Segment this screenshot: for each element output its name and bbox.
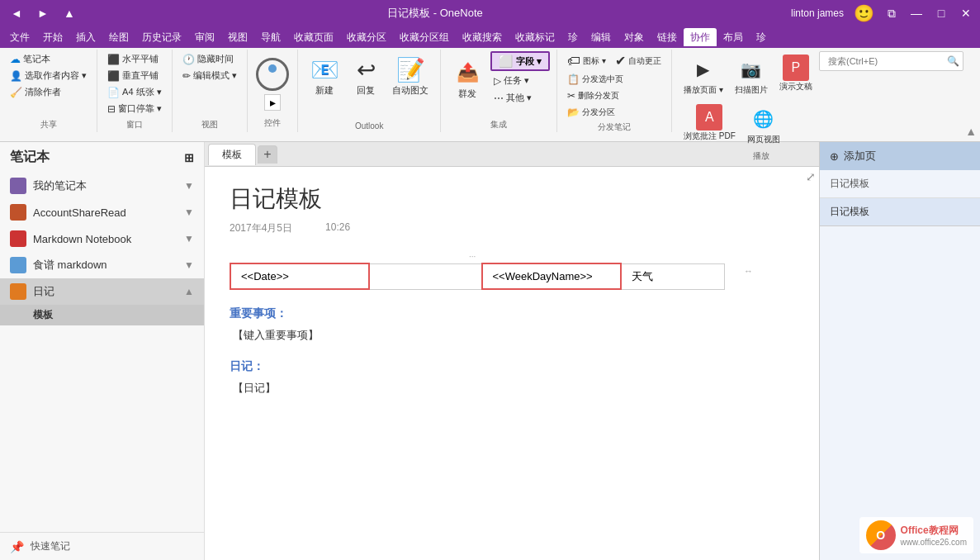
clear-author-icon: 🧹: [10, 87, 22, 98]
add-tab-button[interactable]: +: [258, 145, 277, 164]
a4-label: A4 纸张 ▾: [122, 86, 162, 98]
menu-fav-search[interactable]: 收藏搜索: [456, 28, 509, 46]
menu-object[interactable]: 对象: [618, 28, 651, 46]
share-col: ☁ 笔记本 👤 选取作者内容 ▾ 🧹 清除作者: [7, 51, 90, 100]
section1-content[interactable]: 【键入重要事项】: [230, 328, 794, 343]
reply-button[interactable]: ↩ 回复: [346, 51, 386, 100]
back-button[interactable]: ◄: [7, 3, 26, 23]
view-group-label: 视图: [201, 117, 218, 131]
web-view-icon: 🌐: [749, 104, 779, 134]
maximize-button[interactable]: □: [934, 6, 949, 21]
up-button[interactable]: ▲: [59, 3, 79, 23]
sidebar-item-account-share[interactable]: AccountShareRead ▼: [0, 199, 204, 225]
menu-nav[interactable]: 导航: [254, 28, 287, 46]
close-button[interactable]: ✕: [959, 6, 973, 21]
scan-image-button[interactable]: 📷 扫描图片: [730, 51, 773, 99]
table-cell-weekday[interactable]: <<WeekDayName>>: [482, 263, 621, 289]
auto-text-button[interactable]: 📝 自动图文: [387, 51, 433, 100]
menu-fav-group[interactable]: 收藏分区组: [393, 28, 456, 46]
sidebar-item-my-notebook[interactable]: 我的笔记本 ▼: [0, 173, 204, 199]
a4-button[interactable]: 📄 A4 纸张 ▾: [104, 84, 165, 100]
quick-notes-label: 快速笔记: [31, 539, 70, 553]
search-input[interactable]: [823, 54, 947, 69]
onedrive-button[interactable]: ☁ 笔记本: [7, 51, 90, 67]
recipe-label: 食谱 markdown: [33, 258, 107, 273]
menu-link[interactable]: 链接: [651, 28, 684, 46]
menu-view[interactable]: 视图: [221, 28, 254, 46]
account-share-chevron: ▼: [184, 206, 194, 218]
task-button[interactable]: ▷ 任务 ▾: [490, 73, 550, 88]
diary-color-icon: [10, 283, 26, 300]
ribbon-collapse-button[interactable]: ▲: [965, 125, 977, 138]
content-tab-template[interactable]: 模板: [208, 144, 256, 165]
hide-time-label: 隐藏时间: [197, 53, 234, 65]
menu-zhen2[interactable]: 珍: [750, 28, 773, 46]
right-panel: ⊕ 添加页 日记模板 日记模板: [819, 142, 980, 560]
hide-time-button[interactable]: 🕐 隐藏时间: [179, 51, 240, 67]
title-bar: ◄ ► ▲ 日记模板 - OneNote linton james 🙂 ⧉ — …: [0, 0, 980, 26]
menu-history[interactable]: 历史记录: [135, 28, 188, 46]
search-icon[interactable]: 🔍: [947, 55, 959, 67]
auto-correct-btn[interactable]: ✔ 自动更正: [612, 51, 665, 70]
menu-edit[interactable]: 编辑: [585, 28, 618, 46]
browse-annotations-button[interactable]: A 浏览批注 PDF: [679, 101, 741, 145]
add-page-button[interactable]: ⊕ 添加页: [820, 142, 980, 170]
menu-fav-page[interactable]: 收藏页面: [287, 28, 340, 46]
group-send-button[interactable]: 📤 群发: [447, 55, 487, 103]
dock-window-button[interactable]: ⊟ 窗口停靠 ▾: [104, 101, 165, 116]
distribute-row3: ✂ 删除分发页: [564, 88, 623, 103]
presentation-button[interactable]: P 演示文稿: [774, 51, 817, 96]
minimize-button[interactable]: —: [909, 6, 924, 21]
select-author-button[interactable]: 👤 选取作者内容 ▾: [7, 68, 90, 83]
select-author-icon: 👤: [10, 70, 22, 82]
sidebar-item-diary[interactable]: 日记 ▲: [0, 278, 204, 305]
table-cell-date[interactable]: <<Date>>: [230, 263, 369, 289]
dial-control[interactable]: [256, 58, 289, 91]
search-container: 🔍: [819, 51, 963, 71]
menu-collab[interactable]: 协作: [684, 28, 717, 46]
menu-fav-section[interactable]: 收藏分区: [340, 28, 393, 46]
dist-section-icon: 📂: [567, 107, 580, 118]
menu-insert[interactable]: 插入: [69, 28, 102, 46]
office-logo: O: [866, 520, 896, 550]
menu-start[interactable]: 开始: [36, 28, 69, 46]
sidebar-item-recipe[interactable]: 食谱 markdown ▼: [0, 252, 204, 278]
menu-file[interactable]: 文件: [3, 28, 36, 46]
other-button[interactable]: ⋯ 其他 ▾: [490, 90, 550, 106]
del-dist-btn[interactable]: ✂ 删除分发页: [564, 88, 623, 103]
vert-tile-button[interactable]: ⬛ 垂直平铺: [104, 68, 165, 83]
horiz-tile-button[interactable]: ⬛ 水平平铺: [104, 51, 165, 67]
menu-layout[interactable]: 布局: [717, 28, 750, 46]
web-view-button[interactable]: 🌐 网页视图: [742, 101, 785, 149]
icon-btn[interactable]: 🏷 图标 ▾: [564, 51, 609, 70]
clear-author-button[interactable]: 🧹 清除作者: [7, 84, 90, 100]
right-panel-page[interactable]: 日记模板: [820, 198, 980, 226]
expand-button[interactable]: ⤢: [806, 170, 816, 183]
sidebar-footer[interactable]: 📌 快速笔记: [0, 532, 204, 560]
a4-icon: 📄: [107, 87, 120, 98]
menu-fav-mark[interactable]: 收藏标记: [509, 28, 561, 46]
sidebar-header: 笔记本 ⊞: [0, 142, 204, 173]
menu-draw[interactable]: 绘图: [102, 28, 135, 46]
sidebar-expand-icon[interactable]: ⊞: [184, 151, 194, 164]
control-minus[interactable]: ▸: [264, 94, 281, 111]
account-share-label: AccountShareRead: [33, 206, 126, 219]
control-buttons: ▸: [264, 94, 281, 111]
reply-label: 回复: [357, 84, 375, 97]
dist-selected-btn[interactable]: 📋 分发选中页: [564, 72, 627, 87]
dist-section-btn[interactable]: 📂 分发分区: [564, 105, 618, 120]
field-button[interactable]: ⬜ 字段 ▾: [490, 51, 550, 71]
section2-content[interactable]: 【日记】: [230, 381, 794, 396]
new-outlook-button[interactable]: 📧 新建: [305, 51, 344, 100]
restore-button[interactable]: ⧉: [884, 6, 899, 21]
hide-time-icon: 🕐: [182, 54, 195, 65]
sidebar-item-markdown-notebook[interactable]: Markdown Notebook ▼: [0, 225, 204, 252]
playback-page-button[interactable]: ▶ 播放页面 ▾: [679, 51, 728, 99]
sidebar-sub-template[interactable]: 模板: [0, 305, 204, 325]
add-page-icon: ⊕: [830, 150, 839, 163]
edit-mode-button[interactable]: ✏ 编辑模式 ▾: [179, 68, 240, 83]
forward-button[interactable]: ►: [33, 3, 53, 23]
menu-zhen1[interactable]: 珍: [561, 28, 585, 46]
menu-review[interactable]: 审阅: [188, 28, 221, 46]
ribbon-group-distribute: 🏷 图标 ▾ ✔ 自动更正 📋 分发选中页 ✂ 删除分发页: [557, 50, 672, 132]
